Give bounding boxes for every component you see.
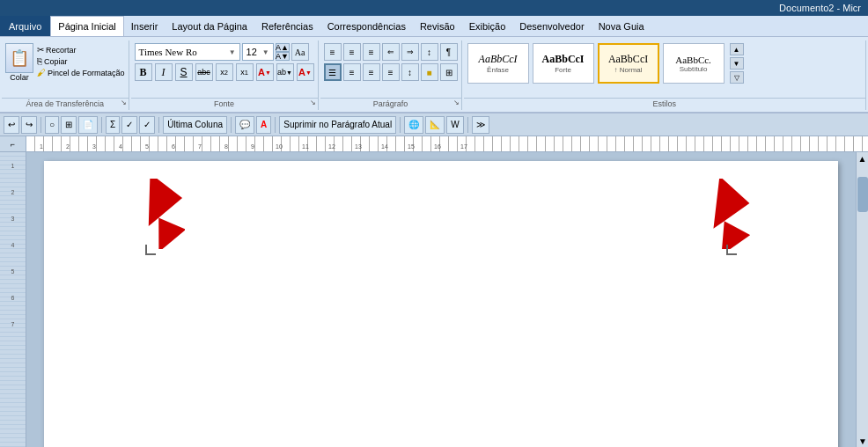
comment-button[interactable]: 💬: [235, 116, 254, 134]
globe-button[interactable]: 🌐: [404, 116, 423, 134]
scroll-down-button[interactable]: ▼: [857, 435, 868, 447]
style-normal-preview: AaBbCcI: [608, 53, 648, 66]
copiar-button[interactable]: ⎘ Copiar: [37, 56, 125, 66]
title-bar: Documento2 - Micr: [0, 0, 868, 16]
clipboard-expand[interactable]: ↘: [121, 99, 127, 106]
ruler-corner: ⌐: [0, 136, 26, 152]
font-size-decrease[interactable]: A▼: [276, 52, 290, 61]
font-name-input[interactable]: Times New Ro ▼: [135, 43, 240, 61]
styles-scroll-down[interactable]: ▼: [730, 57, 744, 70]
align-right-button[interactable]: ≡: [363, 63, 380, 81]
paragraph-label: Parágrafo ↘: [320, 98, 461, 108]
menu-pagina-inicial[interactable]: Página Inicial: [50, 16, 123, 36]
style-normal[interactable]: AaBbCcI ↑ Normal: [598, 43, 659, 84]
styles-scroll: ▲ ▼ ▽: [730, 43, 744, 84]
toolbar2-sep3: [158, 117, 159, 133]
checkmark2-button[interactable]: ✓: [139, 116, 155, 134]
font-size-increase[interactable]: A▲: [276, 43, 290, 52]
font-section: Times New Ro ▼ 12 ▼ A▲ A▼ Aa B I: [131, 40, 319, 110]
style-subtitulo[interactable]: AaBbCc. Subtítulo: [663, 43, 725, 84]
text-color-button[interactable]: A ▼: [256, 63, 274, 81]
highlight-button[interactable]: ab▼: [276, 63, 294, 81]
ribbon: 📋 Colar ✂ Recortar ⎘ Copiar 🖌 Pincel de …: [0, 37, 868, 114]
italic-button[interactable]: I: [155, 63, 173, 81]
menu-arquivo[interactable]: Arquivo: [0, 16, 50, 36]
font-color-button2[interactable]: A▼: [297, 63, 314, 81]
menu-layout-pagina[interactable]: Layout da Página: [165, 16, 254, 36]
left-ruler: 1 2 3 4 5 6 7: [0, 152, 26, 447]
increase-indent-button[interactable]: ⇒: [401, 43, 419, 61]
toolbar2-sep1: [40, 117, 41, 133]
redo-button[interactable]: ↪: [21, 116, 37, 134]
grid-button[interactable]: ⊞: [61, 116, 77, 134]
ribbon-row1: 📋 Colar ✂ Recortar ⎘ Copiar 🖌 Pincel de …: [0, 37, 868, 112]
font-group: Times New Ro ▼ 12 ▼ A▲ A▼ Aa B I: [135, 43, 314, 93]
menu-nova-guia[interactable]: Nova Guia: [592, 16, 651, 36]
scrollbar-vertical[interactable]: ▲ ▼: [856, 152, 868, 447]
menu-referencias[interactable]: Referências: [254, 16, 320, 36]
styles-expand[interactable]: ▽: [730, 71, 744, 84]
style-forte-preview: AaBbCcI: [542, 53, 585, 66]
toolbar2-sep4: [231, 117, 232, 133]
sort-button[interactable]: ↕: [421, 43, 438, 61]
svg-marker-1: [688, 179, 750, 249]
decrease-indent-button[interactable]: ⇐: [382, 43, 400, 61]
styles-scroll-up[interactable]: ▲: [730, 43, 744, 55]
checkmark1-button[interactable]: ✓: [121, 116, 137, 134]
superscript-button[interactable]: x1: [236, 63, 254, 81]
align-left-button[interactable]: ☰: [324, 63, 342, 81]
font-clear-format[interactable]: Aa: [291, 43, 309, 61]
a-red-button[interactable]: A: [256, 116, 271, 134]
suprimir-button[interactable]: Suprimir no Parágrafo Atual: [279, 116, 396, 134]
more-buttons[interactable]: ≫: [472, 116, 489, 134]
style-enfase[interactable]: AaBbCcI Ênfase: [467, 43, 529, 84]
menu-revisao[interactable]: Revisão: [413, 16, 462, 36]
undo-button[interactable]: ↩: [4, 116, 19, 134]
recortar-button[interactable]: ✂ Recortar: [37, 45, 125, 55]
menu-correspondencias[interactable]: Correspondências: [320, 16, 413, 36]
ruler-button[interactable]: 📐: [425, 116, 445, 134]
numbering-button[interactable]: ≡: [343, 43, 361, 61]
W-button[interactable]: W: [446, 116, 463, 134]
tab-stop-button[interactable]: ⌐: [0, 136, 26, 152]
doc-button[interactable]: 📄: [78, 116, 98, 134]
font-expand[interactable]: ↘: [310, 99, 316, 106]
line-spacing-button[interactable]: ↕: [401, 63, 419, 81]
title-text: Documento2 - Micr: [779, 3, 861, 13]
scrollbar-thumb[interactable]: [857, 177, 868, 212]
doc-area[interactable]: [26, 152, 856, 447]
multilevel-button[interactable]: ≡: [363, 43, 380, 61]
colar-button[interactable]: 📋 Colar: [5, 43, 33, 82]
font-size-arrow[interactable]: ▼: [262, 48, 269, 56]
text-color-A: A: [258, 67, 265, 77]
style-enfase-label: Ênfase: [487, 66, 509, 74]
scroll-up-button[interactable]: ▲: [857, 152, 868, 165]
para-expand[interactable]: ↘: [453, 99, 460, 106]
align-center-button[interactable]: ≡: [343, 63, 361, 81]
show-marks-button[interactable]: ¶: [440, 43, 458, 61]
shading-button[interactable]: ■: [421, 63, 438, 81]
subscript-button[interactable]: x2: [216, 63, 233, 81]
strikethrough-button[interactable]: abc: [195, 63, 213, 81]
sigma-button[interactable]: Σ: [106, 116, 120, 134]
menu-desenvolvedor[interactable]: Desenvolvedor: [512, 16, 591, 36]
pincel-button[interactable]: 🖌 Pincel de Formatação: [37, 68, 125, 77]
borders-button[interactable]: ⊞: [440, 63, 458, 81]
style-forte[interactable]: AaBbCcI Forte: [533, 43, 594, 84]
justify-button[interactable]: ≡: [382, 63, 400, 81]
menu-exibicao[interactable]: Exibição: [462, 16, 513, 36]
font-row2: B I S abc x2 x1 A ▼ ab▼ A▼: [135, 63, 314, 81]
styles-group: AaBbCcI Ênfase AaBbCcI Forte AaBbCcI ↑ N…: [467, 43, 862, 96]
toolbar2-sep2: [101, 117, 102, 133]
font-row1: Times New Ro ▼ 12 ▼ A▲ A▼ Aa: [135, 43, 314, 61]
menu-inserir[interactable]: Inserir: [124, 16, 166, 36]
underline-button[interactable]: S: [175, 63, 193, 81]
circle-button[interactable]: ○: [45, 116, 59, 134]
text-color-dropdown[interactable]: ▼: [265, 70, 271, 76]
bullets-button[interactable]: ≡: [324, 43, 342, 61]
font-dropdown-arrow[interactable]: ▼: [229, 48, 236, 56]
style-normal-label: ↑ Normal: [614, 66, 643, 74]
bold-button[interactable]: B: [135, 63, 152, 81]
font-size-input[interactable]: 12 ▼: [242, 43, 274, 61]
ultima-coluna-button[interactable]: Última Coluna: [163, 116, 227, 134]
